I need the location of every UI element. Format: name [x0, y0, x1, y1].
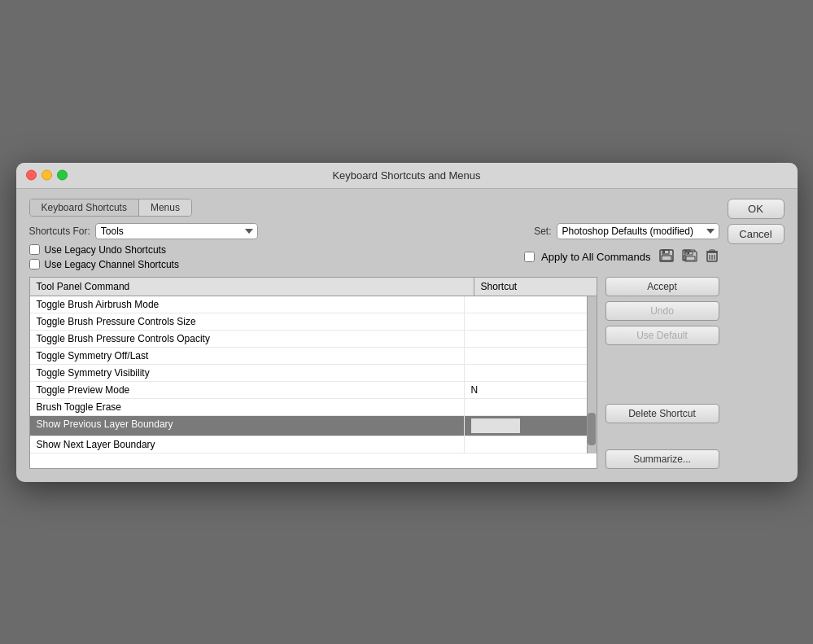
- cell-command: Brush Toggle Erase: [30, 399, 465, 415]
- use-default-button[interactable]: Use Default: [605, 326, 719, 345]
- column-command: Tool Panel Command: [30, 278, 474, 296]
- summarize-button[interactable]: Summarize...: [605, 449, 719, 469]
- svg-rect-3: [663, 251, 665, 253]
- apply-icons-group: [658, 248, 719, 267]
- shortcuts-for-select[interactable]: Tools: [95, 223, 258, 239]
- traffic-lights: [26, 170, 68, 181]
- cell-command: Show Next Layer Boundary: [30, 436, 465, 453]
- apply-to-all-checkbox[interactable]: [524, 252, 535, 262]
- svg-rect-2: [662, 256, 671, 261]
- cell-shortcut: [465, 348, 587, 364]
- cell-shortcut: [465, 436, 587, 453]
- cell-shortcut: [465, 331, 587, 347]
- shortcut-input[interactable]: [471, 418, 520, 433]
- use-legacy-undo-label: Use Legacy Undo Shortcuts: [45, 244, 166, 256]
- table-row[interactable]: Toggle Brush Airbrush Mode: [30, 296, 587, 313]
- left-panel: Keyboard Shortcuts Menus Shortcuts For: …: [29, 199, 719, 469]
- table-body[interactable]: Toggle Brush Airbrush Mode Toggle Brush …: [30, 296, 587, 453]
- close-button[interactable]: [26, 170, 37, 181]
- delete-shortcut-button[interactable]: Delete Shortcut: [605, 404, 719, 423]
- table-row[interactable]: Show Next Layer Boundary: [30, 436, 587, 453]
- cell-shortcut: [465, 365, 587, 381]
- delete-icon: [706, 249, 718, 262]
- svg-rect-14: [710, 250, 715, 252]
- scrollbar-thumb[interactable]: [588, 413, 596, 445]
- dialog-body: Keyboard Shortcuts Menus Shortcuts For: …: [16, 189, 798, 482]
- svg-rect-11: [688, 252, 689, 254]
- cell-shortcut: N: [465, 382, 587, 398]
- apply-to-all-label: Apply to All Commands: [541, 251, 650, 263]
- window-title: Keyboard Shortcuts and Menus: [332, 169, 480, 182]
- cell-shortcut: [465, 399, 587, 415]
- titlebar: Keyboard Shortcuts and Menus: [16, 163, 798, 189]
- table-row[interactable]: Toggle Brush Pressure Controls Opacity: [30, 331, 587, 348]
- table-row[interactable]: Brush Toggle Erase: [30, 399, 587, 416]
- maximize-button[interactable]: [57, 170, 68, 181]
- undo-button[interactable]: Undo: [605, 301, 719, 321]
- main-content: Tool Panel Command Shortcut Toggle Brush…: [29, 277, 719, 469]
- set-label: Set:: [534, 226, 551, 237]
- use-legacy-channel-label: Use Legacy Channel Shortcuts: [45, 259, 179, 270]
- cell-command: Toggle Symmetry Off/Last: [30, 348, 465, 364]
- cell-command: Toggle Brush Airbrush Mode: [30, 296, 465, 313]
- use-legacy-channel-checkbox[interactable]: [29, 259, 40, 269]
- table-row[interactable]: Toggle Symmetry Off/Last: [30, 348, 587, 365]
- table-body-area: Toggle Brush Airbrush Mode Toggle Brush …: [30, 296, 597, 453]
- save-icon: [659, 249, 674, 262]
- ok-button[interactable]: OK: [728, 199, 785, 219]
- use-legacy-undo-checkbox-row: Use Legacy Undo Shortcuts: [29, 244, 179, 256]
- table-row-selected[interactable]: Show Previous Layer Boundary: [30, 416, 587, 436]
- table-row[interactable]: Toggle Symmetry Visibility: [30, 365, 587, 382]
- set-select[interactable]: Photoshop Defaults (modified): [557, 223, 719, 239]
- right-action-buttons: Accept Undo Use Default Delete Shortcut …: [605, 277, 719, 469]
- cell-shortcut[interactable]: [465, 416, 587, 436]
- save-all-icon: [682, 249, 698, 262]
- scrollbar[interactable]: [587, 296, 597, 453]
- column-shortcut: Shortcut: [474, 278, 597, 296]
- accept-button[interactable]: Accept: [605, 277, 719, 296]
- delete-icon-button[interactable]: [705, 248, 719, 267]
- use-legacy-undo-checkbox[interactable]: [29, 244, 40, 255]
- cell-command: Toggle Symmetry Visibility: [30, 365, 465, 381]
- ok-cancel-panel: OK Cancel: [728, 199, 785, 244]
- tab-bar: Keyboard Shortcuts Menus: [29, 199, 192, 217]
- shortcuts-for-label: Shortcuts For:: [29, 226, 90, 237]
- cell-command: Toggle Brush Pressure Controls Size: [30, 313, 465, 330]
- use-legacy-channel-checkbox-row: Use Legacy Channel Shortcuts: [29, 259, 179, 270]
- dialog-window: Keyboard Shortcuts and Menus Keyboard Sh…: [16, 163, 798, 482]
- shortcuts-table: Tool Panel Command Shortcut Toggle Brush…: [29, 277, 597, 469]
- minimize-button[interactable]: [42, 170, 52, 181]
- save-icon-button[interactable]: [658, 248, 675, 267]
- tab-keyboard-shortcuts[interactable]: Keyboard Shortcuts: [30, 199, 139, 216]
- tab-menus[interactable]: Menus: [139, 199, 191, 216]
- cell-command: Toggle Preview Mode: [30, 382, 465, 398]
- cancel-button[interactable]: Cancel: [728, 224, 785, 244]
- cell-shortcut: [465, 313, 587, 330]
- save-all-icon-button[interactable]: [680, 248, 700, 267]
- table-header: Tool Panel Command Shortcut: [30, 278, 597, 296]
- cell-shortcut: [465, 296, 587, 313]
- cell-command: Toggle Brush Pressure Controls Opacity: [30, 331, 465, 347]
- table-row[interactable]: Toggle Brush Pressure Controls Size: [30, 313, 587, 331]
- table-row[interactable]: Toggle Preview Mode N: [30, 382, 587, 399]
- apply-to-all-row: Apply to All Commands: [524, 248, 719, 267]
- cell-command: Show Previous Layer Boundary: [30, 416, 465, 436]
